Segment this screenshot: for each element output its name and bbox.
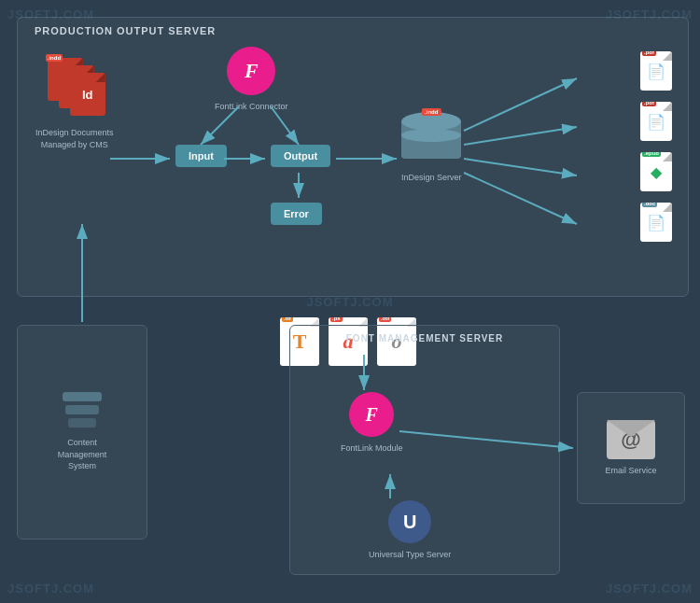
indesign-server-group: .indd InDesign Server [401,112,462,184]
output-file-pdf-1: .pdf 📄 [640,51,672,91]
uts-label: Universal Type Server [369,549,451,561]
cms-layer-2 [65,405,99,414]
font-mgmt-label: FONT MANAGEMENT SERVER [346,333,504,344]
indesign-server-label: InDesign Server [401,172,462,184]
fontlink-module-label: FontLink Module [341,442,403,455]
watermark-bottom-left: JSOFTJ.COM [7,582,94,596]
cms-layer-1 [63,392,102,401]
output-file-epub: .epub ◆ [640,152,672,191]
doc-doc: .doc 📄 [640,203,672,242]
email-service-box: @ Email Service [577,392,685,504]
cms-box: ContentManagementSystem [17,325,147,540]
output-files-group: .pdf 📄 .pdf 📄 .epub ◆ .doc 📄 [640,51,672,242]
epub-doc: .epub ◆ [640,152,672,191]
error-box: Error [271,203,322,225]
pdf-doc-1: .pdf 📄 [640,51,672,91]
fontlink-connector-label: FontLink Connector [215,101,288,113]
cms-label: ContentManagementSystem [58,437,107,472]
output-file-doc: .doc 📄 [640,203,672,242]
output-file-pdf-2: .pdf 📄 [640,102,672,141]
uts-icon: U [388,500,431,543]
fontlink-module-group: F FontLink Module [341,392,403,455]
cms-layer-3 [68,418,96,428]
indesign-docs-group: Id .indd Id Id InDesign DocumentsManaged… [35,56,114,150]
indesign-server-icon: .indd [401,112,461,164]
fontlink-connector-icon: F [227,47,275,95]
indesign-doc-1: Id [70,73,105,116]
production-server-box: PRODUCTION OUTPUT SERVER [17,17,689,297]
watermark-bottom-right: JSOFTJ.COM [606,582,693,596]
uts-group: U Universal Type Server [369,500,451,561]
indesign-docs-label: InDesign DocumentsManaged by CMS [35,127,114,150]
cms-icon [63,392,102,428]
email-service-label: Email Service [605,465,656,477]
fontlink-connector-group: F FontLink Connector [215,47,288,113]
output-box: Output [271,145,330,167]
fontlink-module-icon: F [349,392,394,437]
pdf-doc-2: .pdf 📄 [640,102,672,141]
email-icon: @ [607,420,655,459]
input-box: Input [175,145,227,167]
production-server-label: PRODUCTION OUTPUT SERVER [35,25,216,36]
indesign-doc-stack: Id .indd Id Id [42,56,107,121]
